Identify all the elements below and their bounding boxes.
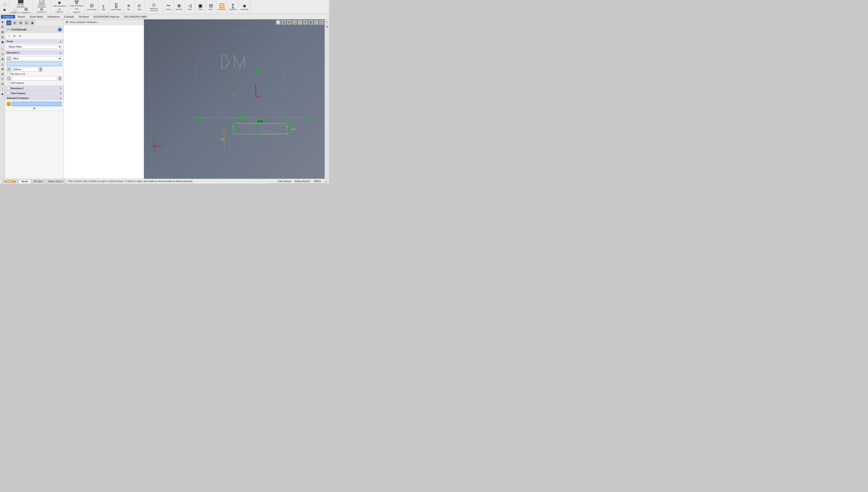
menu-sketch[interactable]: Sketch xyxy=(15,15,27,19)
fillet-button[interactable]: ╮ Fillet xyxy=(99,1,108,13)
vp-btn-settings[interactable]: ⚙ xyxy=(308,20,313,25)
selected-contours-input[interactable] xyxy=(12,102,62,106)
rib-button[interactable]: ≡ Rib xyxy=(124,1,133,13)
flip-side-checkbox[interactable] xyxy=(7,73,9,75)
draft-spin-down[interactable]: ▼ xyxy=(58,78,62,81)
right-cancel-button[interactable]: ✕ xyxy=(325,25,329,29)
panel-ok-button[interactable]: ✓ xyxy=(7,34,11,38)
draft-spin-up[interactable]: ▲ xyxy=(58,76,62,78)
tab-3d-views[interactable]: 3D Views xyxy=(31,179,45,183)
menu-solidworks-mbd[interactable]: SOLIDWORKS MBD xyxy=(122,15,149,19)
vp-btn-view[interactable]: ⬜ xyxy=(276,20,281,25)
geometry-button[interactable]: ◈ Geometry xyxy=(240,1,249,13)
vp-btn-zoom[interactable]: 🔍 xyxy=(292,20,297,25)
menu-weldments[interactable]: Weldments xyxy=(45,15,62,19)
toolbar-group-linear-pattern: ⣿ Linear Pattern xyxy=(109,0,123,14)
thin-feature-checkbox[interactable] xyxy=(7,92,10,95)
vp-btn-section[interactable]: ◫ xyxy=(281,20,286,25)
panel-color-icon[interactable]: ◉ xyxy=(30,20,35,25)
sidebar-icon-tree[interactable]: ⊞ xyxy=(0,30,5,34)
panel-cancel-button[interactable]: ✕ xyxy=(12,34,17,38)
from-section-header[interactable]: From ▲ xyxy=(5,39,64,44)
menu-evaluate[interactable]: Evaluate xyxy=(62,15,76,19)
curves-button[interactable]: 〜 Curves xyxy=(164,1,173,13)
direction1-spin-down[interactable]: ▼ xyxy=(39,69,43,72)
mirror-button[interactable]: ⊟ Mirror xyxy=(206,1,215,13)
wrap-button[interactable]: ⊂ Wrap xyxy=(135,1,144,13)
instant3d-button[interactable]: 🔀 Instant3D xyxy=(217,1,227,13)
sidebar-icon-a[interactable]: A xyxy=(0,47,5,51)
panel-rotate-button[interactable]: ↺ xyxy=(18,34,22,38)
draft-outward-checkbox[interactable] xyxy=(7,81,9,84)
swept-cut-button[interactable]: 〜 Swept Cut xyxy=(69,7,84,13)
sidebar-icon-e[interactable]: ⊕ xyxy=(0,67,5,71)
extruded-cut-button[interactable]: ⬜ Extruded Cut xyxy=(10,6,20,14)
vp-btn-pan[interactable]: ✋ xyxy=(298,20,302,25)
direction2-checkbox[interactable] xyxy=(7,87,10,90)
feature-tree-body[interactable] xyxy=(64,25,144,27)
from-select[interactable]: Sketch Plane Surface/Face/Plane Vertex O… xyxy=(7,45,62,49)
draft-spin-buttons: ▲ ▼ xyxy=(58,76,62,81)
direction1-header[interactable]: Direction 1 ▲ xyxy=(5,50,64,55)
toolbar-icon-2[interactable]: ◈ xyxy=(0,7,8,12)
panel-help-button[interactable]: ? xyxy=(58,28,62,31)
intersect-button[interactable]: ⊗ Intersect xyxy=(174,1,184,13)
vp-btn-close[interactable]: ⛶ xyxy=(319,20,324,25)
selected-contours-header[interactable]: Selected Contours ▲ xyxy=(5,96,64,100)
sidebar-icon-star[interactable]: ★ xyxy=(0,20,5,24)
sidebar-icon-color[interactable]: ◉ xyxy=(0,40,5,44)
direction1-type-select[interactable]: Blind Through All Up to Next xyxy=(12,56,62,61)
lofted-boss-button[interactable]: ◈ Lofted Boss/Base xyxy=(52,1,67,7)
sidebar-icon-g[interactable]: ▽ xyxy=(0,77,5,81)
boundary-cut-button[interactable]: ⊟ Boundary Cut xyxy=(21,6,32,14)
sidebar-icon-h[interactable]: ⊡ xyxy=(0,82,5,86)
linear-pattern-button[interactable]: ⣿ Linear Pattern xyxy=(110,1,122,13)
revolved-boss-button[interactable]: 🔄 Revolved Boss/Base xyxy=(33,0,50,6)
tab-motion-study[interactable]: Motion Study 1 xyxy=(46,179,66,183)
direction1-depth-input[interactable] xyxy=(7,62,62,66)
panel-target-icon[interactable]: ◎ xyxy=(24,20,29,25)
thin-feature-header[interactable]: Thin Feature ▼ xyxy=(5,91,64,96)
direction2-header[interactable]: Direction 2 ▼ xyxy=(5,86,64,91)
menu-features[interactable]: Features xyxy=(1,15,15,19)
sidebar-icon-d[interactable]: △ xyxy=(0,62,5,67)
sidebar-icon-f[interactable]: ⊘ xyxy=(0,72,5,76)
play-rewind[interactable]: ⏮ xyxy=(4,180,6,183)
sidebar-icon-c[interactable]: ⊛ xyxy=(0,57,5,62)
sidebar-icon-i[interactable]: ⋮ xyxy=(0,87,5,91)
toolbar-icon-1[interactable]: ⬜ xyxy=(0,2,8,7)
direction1-depth-value[interactable] xyxy=(12,67,39,72)
play-end[interactable]: ⏭ xyxy=(14,180,16,183)
right-ok-button[interactable]: ✓ xyxy=(325,20,329,24)
menu-solidworks-addins[interactable]: SOLIDWORKS Add-Ins xyxy=(91,15,122,19)
vp-btn-more[interactable]: ⋯ xyxy=(314,20,319,25)
panel-tree-icon[interactable]: ⊞ xyxy=(18,20,23,25)
sidebar-icon-j[interactable]: ◈ xyxy=(0,92,5,96)
sidebar-icon-circle[interactable]: ◎ xyxy=(0,35,5,39)
reference-geometry-button[interactable]: ◇ Reference Geometry xyxy=(145,1,162,13)
swept-boss-button[interactable]: ➰ Swept Boss/Base xyxy=(69,0,84,7)
viewport-canvas[interactable]: 60.60 14.20 35 xyxy=(144,19,325,179)
equations-button[interactable]: ∑ Equations xyxy=(228,1,238,13)
panel-list-icon[interactable]: ☰ xyxy=(12,20,17,25)
sidebar-icon-list[interactable]: ☰ xyxy=(0,25,5,29)
hole-wizard-button[interactable]: ⊙ Hole Wizard xyxy=(86,1,97,13)
lofted-cut-button[interactable]: ◇ Lofted Cut xyxy=(52,7,67,13)
draft-angle-input[interactable] xyxy=(12,76,57,81)
shell-button[interactable]: ▣ Shell xyxy=(196,1,205,13)
revolved-cut-button[interactable]: ◎ Revolved Cut xyxy=(33,7,50,13)
sidebar-icon-b[interactable]: ⬡ xyxy=(0,52,5,56)
svg-line-6 xyxy=(233,123,287,134)
extruded-boss-button[interactable]: ⬛ Extruded Boss/Base xyxy=(10,0,32,6)
play-back[interactable]: ⏪ xyxy=(7,180,10,183)
direction1-spin-up[interactable]: ▲ xyxy=(39,67,43,69)
viewport[interactable]: 60.60 14.20 35 xyxy=(144,19,325,179)
direction1-depth-row xyxy=(7,62,62,66)
play-forward[interactable]: ⏩ xyxy=(10,180,13,183)
vp-btn-rotate[interactable]: ↻ xyxy=(287,20,291,25)
menu-sheet-metal[interactable]: Sheet Metal xyxy=(27,15,45,19)
tab-model[interactable]: Model xyxy=(19,179,30,183)
draft-button[interactable]: ◁ Draft xyxy=(185,1,194,13)
vp-btn-select[interactable]: ↖ xyxy=(303,20,308,25)
menu-dimxpert[interactable]: DimXpert xyxy=(76,15,91,19)
